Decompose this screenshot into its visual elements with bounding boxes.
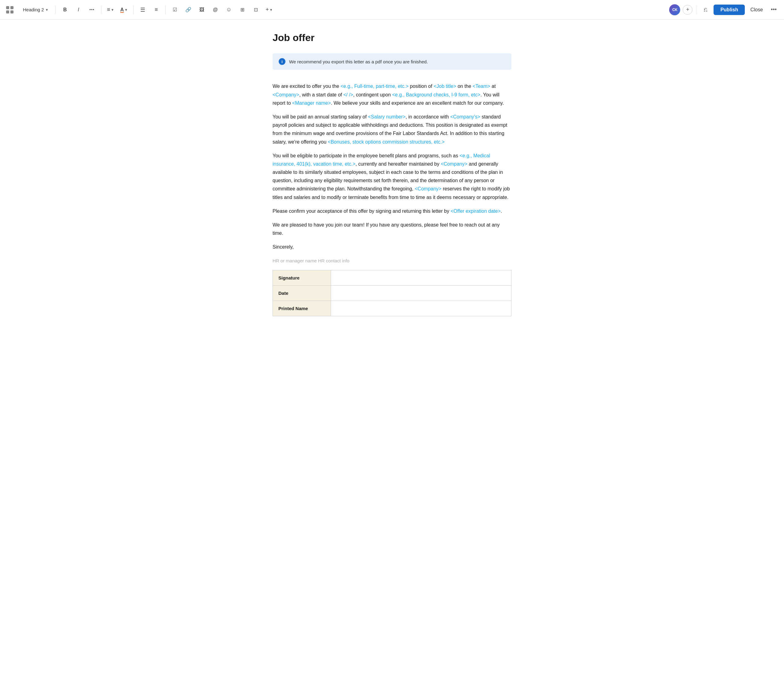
p4-text-1: Please confirm your acceptance of this o… (273, 208, 450, 214)
emoji-button[interactable]: ☺ (223, 4, 234, 15)
toolbar-divider-1 (55, 6, 56, 14)
mention-button[interactable]: @ (210, 4, 221, 15)
align-chevron-icon: ▼ (111, 8, 114, 12)
p1-link-4[interactable]: <Company> (273, 92, 299, 97)
image-button[interactable]: 🖼 (196, 4, 207, 15)
toolbar-divider-4 (165, 6, 166, 14)
p1-text-6: , contingent upon (353, 92, 392, 97)
p4-link-1[interactable]: <Offer expiration date> (450, 208, 500, 214)
p2-link-3[interactable]: <Bonuses, stock options commission struc… (328, 139, 445, 144)
sincerely: Sincerely, (273, 243, 511, 251)
svg-rect-0 (6, 6, 9, 9)
close-button[interactable]: Close (747, 5, 766, 14)
insert-button[interactable]: + ▼ (264, 5, 274, 14)
page-title: Job offer (273, 32, 511, 44)
paragraph-4: Please confirm your acceptance of this o… (273, 207, 511, 215)
heading-select[interactable]: Heading 2 ▼ (20, 6, 52, 14)
hr-info: HR or manager name HR contact info (273, 257, 511, 265)
toolbar: Heading 2 ▼ B I ••• ≡ ▼ A ▼ ☰ ≡ ☑ 🔗 🖼 @ … (0, 0, 784, 20)
p1-text-3: on the (456, 84, 472, 89)
table-row: Signature (273, 270, 511, 286)
font-color-button[interactable]: A ▼ (119, 6, 130, 14)
p2-text-2: , in accordance with (406, 114, 450, 119)
bullet-list-button[interactable]: ☰ (137, 4, 148, 15)
font-color-chevron-icon: ▼ (124, 8, 128, 12)
p3-text-2: , currently and hereafter maintained by (356, 161, 441, 167)
signature-table-body: Signature Date Printed Name (273, 270, 511, 316)
history-button[interactable]: ⎌ (700, 4, 711, 15)
toolbar-right: CK + ⎌ Publish Close ••• (669, 4, 779, 15)
layout-button[interactable]: ⊡ (250, 4, 261, 15)
p1-text-5: , with a start date of (299, 92, 343, 97)
p3-text-1: You will be eligible to participate in t… (273, 153, 459, 158)
more-format-button[interactable]: ••• (86, 4, 97, 15)
p1-link-6[interactable]: <e.g., Background checks, I-9 form, etc> (392, 92, 480, 97)
p2-link-1[interactable]: <Salary number> (368, 114, 406, 119)
app-logo (5, 5, 15, 15)
p2-link-2[interactable]: <Company's> (450, 114, 480, 119)
publish-button[interactable]: Publish (713, 5, 745, 15)
numbered-list-button[interactable]: ≡ (151, 4, 162, 15)
p1-text-1: We are excited to offer you the (273, 84, 340, 89)
table-row: Printed Name (273, 301, 511, 316)
paragraph-5: We are pleased to have you join our team… (273, 221, 511, 237)
p1-link-1[interactable]: <e.g., Full-time, part-time, etc.> (340, 84, 409, 89)
sig-value-date[interactable] (331, 286, 511, 301)
content-body: We are excited to offer you the <e.g., F… (273, 82, 511, 264)
p1-text-4: at (490, 84, 496, 89)
table-row: Date (273, 286, 511, 301)
sig-label-date: Date (273, 286, 331, 301)
svg-rect-2 (6, 10, 9, 14)
avatar: CK (669, 4, 680, 15)
toolbar-divider-5 (696, 6, 696, 14)
task-button[interactable]: ☑ (169, 4, 180, 15)
add-button[interactable]: + (683, 5, 692, 15)
signature-table: Signature Date Printed Name (273, 270, 511, 316)
plus-icon: + (265, 6, 269, 13)
paragraph-2: You will be paid an annual starting sala… (273, 113, 511, 146)
italic-button[interactable]: I (73, 4, 84, 15)
info-icon: i (279, 58, 285, 65)
paragraph-1: We are excited to offer you the <e.g., F… (273, 82, 511, 107)
bold-button[interactable]: B (60, 4, 71, 15)
sig-value-printed-name[interactable] (331, 301, 511, 316)
info-banner: i We recommend you export this letter as… (273, 53, 511, 70)
p1-link-3[interactable]: <Team> (472, 84, 490, 89)
chevron-down-icon: ▼ (45, 8, 49, 12)
toolbar-divider-3 (133, 6, 133, 14)
p3-link-2[interactable]: <Company> (441, 161, 467, 167)
sig-value-signature[interactable] (331, 270, 511, 286)
more-options-button[interactable]: ••• (768, 5, 779, 15)
link-button[interactable]: 🔗 (183, 4, 194, 15)
sig-label-signature: Signature (273, 270, 331, 286)
p1-link-5[interactable]: </ /> (343, 92, 353, 97)
main-content: Job offer i We recommend you export this… (254, 20, 530, 341)
insert-chevron-icon: ▼ (270, 8, 273, 12)
p4-text-2: . (501, 208, 502, 214)
p1-text-8: . We believe your skills and experience … (331, 100, 504, 106)
p1-text-2: position of (409, 84, 434, 89)
paragraph-3: You will be eligible to participate in t… (273, 152, 511, 202)
p1-link-7[interactable]: <Manager name> (292, 100, 331, 106)
sig-label-printed-name: Printed Name (273, 301, 331, 316)
svg-rect-1 (10, 6, 14, 9)
align-button[interactable]: ≡ ▼ (105, 5, 116, 14)
info-text: We recommend you export this letter as a… (289, 59, 428, 64)
p1-link-2[interactable]: <Job title> (434, 84, 456, 89)
font-color-icon: A (120, 7, 124, 13)
table-button[interactable]: ⊞ (237, 4, 248, 15)
svg-rect-3 (10, 10, 14, 14)
heading-label: Heading 2 (23, 7, 44, 12)
p3-link-3[interactable]: <Company> (415, 186, 441, 191)
align-icon: ≡ (107, 6, 110, 13)
p2-text-1: You will be paid an annual starting sala… (273, 114, 368, 119)
